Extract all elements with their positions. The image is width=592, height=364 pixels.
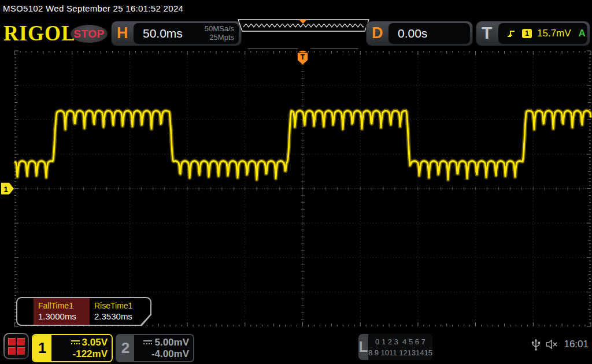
toolbar: RIGOL STOP H 50.0ms 50MSa/s25Mpts Measur…	[0, 17, 592, 49]
usb-icon	[531, 337, 541, 351]
measurement-risetime[interactable]: RiseTime1 2.3530ms	[90, 298, 146, 325]
trigger-level-value: 15.7mV	[537, 28, 571, 39]
trigger-slope-icon	[506, 28, 517, 39]
bottom-bar: 1 3.05V -122mV 2 5.00mV -4.00mV L 0 1 2 …	[0, 329, 592, 364]
speaker-muted-icon[interactable]	[545, 339, 559, 350]
trigger-label: T	[482, 23, 492, 43]
channel2-offset: -4.00mV	[134, 348, 189, 360]
menu-grid-square	[17, 338, 25, 346]
svg-text:T: T	[301, 53, 305, 61]
waveform-preview-strip[interactable]	[234, 18, 373, 33]
timebase-value: 50.0ms	[143, 27, 205, 40]
trigger-panel[interactable]: T 1 15.7mV A	[476, 21, 590, 46]
trigger-mode-auto: A	[579, 28, 586, 39]
channel2-status[interactable]: 2 5.00mV -4.00mV	[116, 334, 194, 362]
delay-value: 0.00s	[398, 27, 427, 40]
channel1-offset: -122mV	[51, 348, 108, 360]
system-tray: 16:01	[531, 337, 589, 351]
channel2-scale: 5.00mV	[154, 337, 189, 348]
menu-grid-icon[interactable]	[3, 333, 29, 359]
channel1-number: 1	[33, 335, 51, 361]
scope-graticule: T1	[0, 49, 592, 329]
menu-grid-square	[17, 347, 25, 355]
logic-analyzer-status[interactable]: L 0 1 2 3 4 5 6 78 9 1011 12131415	[358, 334, 432, 360]
menu-grid-square	[8, 338, 16, 346]
model-and-datetime: MSO5102 Wed September 25 16:01:52 2024	[3, 3, 183, 13]
dc-coupling-icon	[143, 340, 152, 345]
clock: 16:01	[564, 339, 589, 350]
horizontal-panel[interactable]: H 50.0ms 50MSa/s25Mpts	[112, 21, 241, 46]
dc-coupling-icon	[71, 340, 80, 345]
run-state-badge: STOP	[71, 25, 108, 43]
channel1-scale: 3.05V	[82, 337, 108, 348]
delay-panel[interactable]: D 0.00s	[367, 21, 472, 46]
logic-channel-numbers: 0 1 2 3 4 5 6 78 9 1011 12131415	[368, 334, 432, 360]
trigger-position-marker[interactable]: T	[298, 51, 308, 65]
delay-label: D	[372, 24, 383, 42]
rigol-logo: RIGOL	[3, 20, 76, 46]
measurement-falltime[interactable]: FallTime1 1.3000ms	[34, 298, 90, 325]
waveform-display[interactable]: T1	[0, 49, 592, 329]
menu-grid-square	[8, 347, 16, 355]
oscilloscope-screen: MSO5102 Wed September 25 16:01:52 2024 R…	[0, 0, 592, 364]
trigger-source-badge: 1	[522, 29, 532, 38]
svg-text:1: 1	[3, 185, 8, 194]
channel1-ground-marker[interactable]: 1	[1, 183, 14, 195]
title-bar: MSO5102 Wed September 25 16:01:52 2024	[0, 0, 592, 17]
logic-analyzer-label: L	[358, 334, 368, 360]
measurement-results-box[interactable]: FallTime1 1.3000ms RiseTime1 2.3530ms	[16, 297, 151, 326]
horizontal-label: H	[117, 24, 128, 42]
channel2-number: 2	[117, 335, 134, 361]
channel1-status[interactable]: 1 3.05V -122mV	[32, 334, 113, 362]
sample-rate-memdepth: 50MSa/s25Mpts	[205, 25, 234, 42]
